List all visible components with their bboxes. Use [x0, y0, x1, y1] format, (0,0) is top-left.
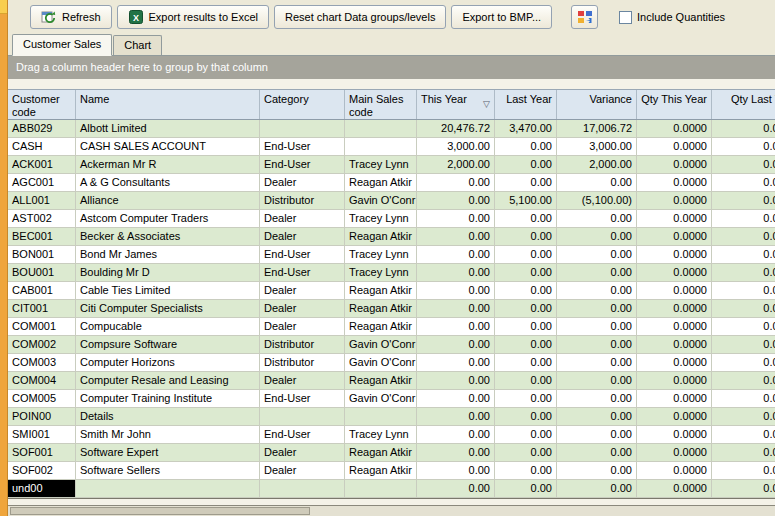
cell[interactable]: 0.00	[557, 408, 637, 426]
cell[interactable]: 0.0000	[712, 282, 775, 300]
cell[interactable]: COM003	[8, 354, 76, 372]
tab-customer-sales[interactable]: Customer Sales	[12, 34, 112, 56]
cell[interactable]: Software Sellers	[76, 462, 260, 480]
cell[interactable]: Distributor	[260, 192, 345, 210]
cell[interactable]: End-User	[260, 138, 345, 156]
table-row[interactable]: COM003Computer HorizonsDistributorGavin …	[8, 354, 775, 372]
column-header-this-year[interactable]: This Year▽	[417, 90, 495, 119]
cell[interactable]: 0.0000	[712, 246, 775, 264]
cell[interactable]: 0.00	[495, 444, 557, 462]
cell[interactable]: 20,476.72	[417, 120, 495, 138]
cell[interactable]: 0.00	[417, 246, 495, 264]
cell[interactable]: Computer Horizons	[76, 354, 260, 372]
cell[interactable]: 0.0000	[637, 372, 712, 390]
cell[interactable]: Albott Limited	[76, 120, 260, 138]
cell[interactable]	[345, 120, 417, 138]
cell[interactable]: 0.00	[495, 246, 557, 264]
cell[interactable]: Dealer	[260, 228, 345, 246]
cell[interactable]: 0.00	[495, 138, 557, 156]
cell[interactable]: 0.00	[417, 174, 495, 192]
cell[interactable]: CIT001	[8, 300, 76, 318]
cell[interactable]: Astcom Computer Traders	[76, 210, 260, 228]
cell[interactable]: Reagan Atkir	[345, 300, 417, 318]
cell[interactable]: CASH	[8, 138, 76, 156]
cell[interactable]: A & G Consultants	[76, 174, 260, 192]
cell[interactable]: 0.0000	[712, 444, 775, 462]
cell[interactable]: 0.00	[495, 426, 557, 444]
cell[interactable]: 3,000.00	[417, 138, 495, 156]
cell[interactable]: 0.00	[557, 354, 637, 372]
cell[interactable]: 0.0000	[712, 138, 775, 156]
cell[interactable]: 0.0000	[637, 462, 712, 480]
cell[interactable]: 0.0000	[712, 174, 775, 192]
cell[interactable]: 0.0000	[637, 426, 712, 444]
cell[interactable]: Cable Ties Limited	[76, 282, 260, 300]
cell[interactable]: 0.00	[495, 408, 557, 426]
cell[interactable]: (5,100.00)	[557, 192, 637, 210]
cell[interactable]: 0.00	[417, 282, 495, 300]
cell[interactable]: 0.0000	[712, 408, 775, 426]
cell[interactable]: End-User	[260, 246, 345, 264]
cell[interactable]: Citi Computer Specialists	[76, 300, 260, 318]
cell[interactable]: 0.00	[557, 480, 637, 498]
cell[interactable]: Reagan Atkir	[345, 318, 417, 336]
table-row[interactable]: SOF002Software SellersDealerReagan Atkir…	[8, 462, 775, 480]
cell[interactable]: 0.00	[417, 480, 495, 498]
cell[interactable]: Reagan Atkir	[345, 228, 417, 246]
cell[interactable]	[345, 408, 417, 426]
cell[interactable]: 0.00	[495, 282, 557, 300]
cell[interactable]: ABB029	[8, 120, 76, 138]
cell[interactable]: 0.00	[557, 318, 637, 336]
cell[interactable]: 0.00	[557, 282, 637, 300]
cell[interactable]: AST002	[8, 210, 76, 228]
column-header-last-year[interactable]: Last Year	[495, 90, 557, 119]
cell[interactable]: 0.0000	[712, 192, 775, 210]
cell[interactable]: 0.0000	[637, 264, 712, 282]
cell[interactable]: 0.00	[495, 480, 557, 498]
cell[interactable]: Dealer	[260, 462, 345, 480]
cell[interactable]: 0.00	[417, 408, 495, 426]
cell[interactable]: 0.0000	[712, 354, 775, 372]
table-row[interactable]: CASHCASH SALES ACCOUNTEnd-User3,000.000.…	[8, 138, 775, 156]
cell[interactable]: 0.00	[417, 336, 495, 354]
cell[interactable]: COM005	[8, 390, 76, 408]
cell[interactable]: Gavin O'Conr	[345, 354, 417, 372]
cell[interactable]: 2,000.00	[417, 156, 495, 174]
cell[interactable]: 0.0000	[712, 336, 775, 354]
table-row[interactable]: ABB029Albott Limited20,476.723,470.0017,…	[8, 120, 775, 138]
cell[interactable]: 0.00	[417, 462, 495, 480]
cell[interactable]: 0.00	[417, 318, 495, 336]
cell[interactable]: 0.00	[417, 444, 495, 462]
cell[interactable]: 0.00	[557, 264, 637, 282]
cell[interactable]: 3,000.00	[557, 138, 637, 156]
cell[interactable]	[345, 480, 417, 498]
cell[interactable]: Reagan Atkir	[345, 282, 417, 300]
cell[interactable]: 0.0000	[712, 390, 775, 408]
cell[interactable]: 0.00	[557, 174, 637, 192]
cell[interactable]: BOU001	[8, 264, 76, 282]
cell[interactable]: Dealer	[260, 300, 345, 318]
table-row[interactable]: ACK001Ackerman Mr REnd-UserTracey Lynn2,…	[8, 156, 775, 174]
cell[interactable]: 0.0000	[712, 480, 775, 498]
cell[interactable]: Smith Mr John	[76, 426, 260, 444]
cell[interactable]: 0.0000	[712, 264, 775, 282]
cell[interactable]: Dealer	[260, 318, 345, 336]
table-row[interactable]: SOF001Software ExpertDealerReagan Atkir0…	[8, 444, 775, 462]
cell[interactable]: 0.0000	[712, 120, 775, 138]
cell[interactable]	[260, 120, 345, 138]
cell[interactable]: ALL001	[8, 192, 76, 210]
cell[interactable]: 0.00	[557, 444, 637, 462]
cell[interactable]: 0.00	[417, 354, 495, 372]
cell[interactable]: 0.00	[495, 156, 557, 174]
cell[interactable]: 0.0000	[712, 462, 775, 480]
cell[interactable]: 5,100.00	[495, 192, 557, 210]
cell[interactable]: Ackerman Mr R	[76, 156, 260, 174]
cell[interactable]: 0.00	[417, 372, 495, 390]
cell[interactable]: Alliance	[76, 192, 260, 210]
cell[interactable]: 0.00	[495, 462, 557, 480]
cell[interactable]: Computer Training Institute	[76, 390, 260, 408]
horizontal-scrollbar-thumb[interactable]	[10, 507, 310, 515]
cell[interactable]: Distributor	[260, 354, 345, 372]
cell[interactable]: 0.00	[495, 336, 557, 354]
cell[interactable]: Distributor	[260, 336, 345, 354]
